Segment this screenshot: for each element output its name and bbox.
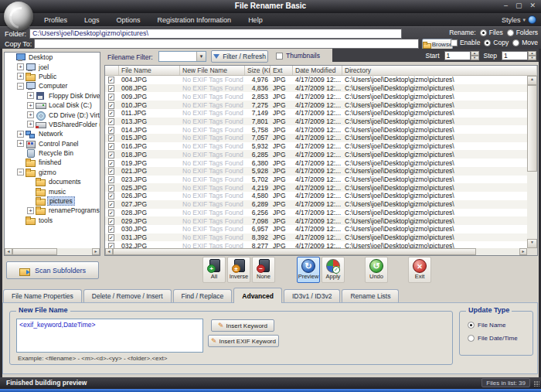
tree-expander-icon[interactable]: + bbox=[27, 121, 34, 128]
new-name-pattern-input[interactable]: <exif_keyword,DateTime> bbox=[16, 319, 203, 353]
spinner-buttons[interactable]: ▲▼ bbox=[471, 51, 479, 60]
row-checkbox[interactable]: ✓ bbox=[108, 85, 114, 92]
table-row[interactable]: ✓009.JPGNo EXIF Tags Found2,853JPG4/17/2… bbox=[105, 92, 527, 101]
menu-options[interactable]: Options bbox=[108, 16, 149, 24]
styles-dropdown[interactable]: Styles ▾ bbox=[502, 13, 536, 26]
globe-icon[interactable] bbox=[528, 15, 536, 24]
action-none[interactable]: None bbox=[252, 257, 275, 283]
insert-keyword-button[interactable]: ✎ Insert Keyword bbox=[211, 319, 274, 332]
table-row[interactable]: ✓031.JPGNo EXIF Tags Found8,392JPG4/17/2… bbox=[105, 233, 527, 242]
row-checkbox[interactable]: ✓ bbox=[108, 110, 114, 117]
table-row[interactable]: ✓010.JPGNo EXIF Tags Found7,275JPG4/17/2… bbox=[105, 101, 527, 109]
copyto-path-input[interactable] bbox=[34, 39, 419, 49]
filter-refresh-button[interactable]: Filter / Refresh bbox=[211, 50, 268, 63]
table-row[interactable]: ✓023.JPGNo EXIF Tags Found5,702JPG4/17/2… bbox=[105, 176, 527, 184]
column-header-size-kb[interactable]: Size (KB) bbox=[245, 66, 270, 75]
table-row[interactable]: ✓025.JPGNo EXIF Tags Found4,219JPG4/17/2… bbox=[105, 183, 527, 192]
tree-expander-icon[interactable]: + bbox=[27, 111, 34, 118]
tree-expander-icon[interactable]: + bbox=[17, 73, 24, 80]
menu-logs[interactable]: Logs bbox=[76, 16, 108, 24]
column-header-directory[interactable]: Directory bbox=[342, 66, 537, 75]
scroll-right-icon[interactable]: ► bbox=[519, 248, 527, 255]
action-inverse[interactable]: Inverse bbox=[227, 257, 250, 283]
insert-exif-keyword-button[interactable]: ✎ Insert EXIF Keyword bbox=[208, 335, 279, 347]
tree-expander-icon[interactable]: + bbox=[17, 140, 24, 147]
resize-grip[interactable] bbox=[534, 381, 539, 387]
tree-item-public[interactable]: +Public bbox=[5, 72, 100, 81]
row-checkbox[interactable]: ✓ bbox=[108, 143, 114, 150]
scrollbar-thumb[interactable] bbox=[12, 248, 57, 255]
action-all[interactable]: All bbox=[202, 257, 226, 283]
row-checkbox[interactable]: ✓ bbox=[108, 226, 114, 233]
row-checkbox[interactable]: ✓ bbox=[108, 135, 114, 141]
start-stepper[interactable]: 1 ▲▼ bbox=[444, 51, 479, 60]
browse-button[interactable]: Browse bbox=[422, 39, 453, 49]
menu-registration-information[interactable]: Registration Information bbox=[149, 16, 240, 24]
scroll-left-icon[interactable]: ◄ bbox=[5, 248, 12, 255]
close-button[interactable]: ✕ bbox=[529, 1, 536, 11]
action-exit[interactable]: Exit bbox=[408, 257, 431, 283]
tab-file-name-properties[interactable]: File Name Properties bbox=[3, 289, 82, 303]
tree-item-control-panel[interactable]: +Control Panel bbox=[5, 139, 100, 148]
table-row[interactable]: ✓028.JPGNo EXIF Tags Found6,256JPG4/17/2… bbox=[105, 209, 527, 217]
column-header-check[interactable] bbox=[105, 66, 119, 75]
table-row[interactable]: ✓029.JPGNo EXIF Tags Found7,098JPG4/17/2… bbox=[105, 216, 527, 225]
table-row[interactable]: ✓018.JPGNo EXIF Tags Found6,285JPG4/17/2… bbox=[105, 150, 527, 159]
minimize-button[interactable]: – bbox=[504, 1, 508, 11]
action-preview[interactable]: Preview bbox=[297, 257, 320, 283]
rename-files-radio[interactable]: Files bbox=[480, 29, 503, 36]
table-row[interactable]: ✓004.JPGNo EXIF Tags Found4,976JPG4/17/2… bbox=[105, 76, 527, 84]
column-header-file-name[interactable]: File Name bbox=[119, 66, 180, 75]
table-row[interactable]: ✓019.JPGNo EXIF Tags Found6,380JPG4/17/2… bbox=[105, 159, 527, 167]
tree-item-tools[interactable]: tools bbox=[5, 216, 100, 225]
table-row[interactable]: ✓013.JPGNo EXIF Tags Found7,801JPG4/17/2… bbox=[105, 118, 527, 126]
tree-expander-icon[interactable]: − bbox=[17, 83, 24, 90]
row-checkbox[interactable]: ✓ bbox=[108, 118, 114, 125]
scan-subfolders-button[interactable]: Scan Subfolders bbox=[6, 261, 99, 279]
tree-item-floppy-disk-drive-a[interactable]: +Floppy Disk Drive (A:) bbox=[5, 91, 100, 101]
filename-filter-combo[interactable]: ▼ bbox=[158, 51, 206, 62]
row-checkbox[interactable]: ✓ bbox=[108, 168, 114, 175]
table-row[interactable]: ✓011.JPGNo EXIF Tags Found7,149JPG4/17/2… bbox=[105, 109, 527, 118]
tab-delete-remove-insert[interactable]: Delete / Remove / Insert bbox=[83, 289, 172, 303]
table-row[interactable]: ✓021.JPGNo EXIF Tags Found5,928JPG4/17/2… bbox=[105, 167, 527, 176]
scroll-left-icon[interactable]: ◄ bbox=[105, 248, 113, 255]
thumbnails-checkbox[interactable]: Thumbnails bbox=[276, 52, 320, 60]
row-checkbox[interactable]: ✓ bbox=[108, 160, 114, 167]
tree-item-documents[interactable]: documents bbox=[5, 177, 100, 186]
tab-find-replace[interactable]: Find / Replace bbox=[173, 289, 233, 303]
table-row[interactable]: ✓026.JPGNo EXIF Tags Found4,580JPG4/17/2… bbox=[105, 192, 527, 200]
tree-item-renameprograms[interactable]: +renamePrograms bbox=[5, 206, 100, 215]
copy-radio[interactable]: Copy bbox=[484, 39, 509, 46]
row-checkbox[interactable]: ✓ bbox=[108, 152, 114, 159]
tree-expander-icon[interactable]: + bbox=[27, 92, 34, 99]
tree-item-pictures[interactable]: pictures bbox=[5, 196, 100, 206]
scroll-up-icon[interactable]: ▲ bbox=[527, 76, 537, 85]
table-row[interactable]: ✓008.JPGNo EXIF Tags Found4,836JPG4/17/2… bbox=[105, 84, 527, 93]
column-header-date-modified[interactable]: Date Modified bbox=[293, 66, 342, 75]
tree-horizontal-scrollbar[interactable]: ◄ ► bbox=[5, 248, 100, 255]
tree-expander-icon[interactable]: + bbox=[27, 207, 34, 214]
row-checkbox[interactable]: ✓ bbox=[108, 234, 114, 241]
row-checkbox[interactable]: ✓ bbox=[108, 193, 114, 199]
tree-expander-icon[interactable]: + bbox=[27, 102, 34, 109]
table-row[interactable]: ✓015.JPGNo EXIF Tags Found7,057JPG4/17/2… bbox=[105, 134, 527, 142]
tree-item-desktop[interactable]: Desktop bbox=[5, 53, 100, 62]
move-radio[interactable]: Move bbox=[512, 39, 538, 46]
tree-item-computer[interactable]: −Computer bbox=[5, 81, 100, 90]
update-type-file-name[interactable]: File Name bbox=[468, 322, 505, 329]
spinner-buttons[interactable]: ▲▼ bbox=[528, 51, 536, 60]
action-apply[interactable]: Apply bbox=[322, 257, 345, 283]
row-checkbox[interactable]: ✓ bbox=[108, 243, 114, 248]
combo-dropdown-icon[interactable]: ▼ bbox=[196, 52, 206, 61]
tree-item-cd-drive-d-virtualbox-guest[interactable]: +CD Drive (D:) VirtualBox Guest bbox=[5, 110, 100, 119]
row-checkbox[interactable]: ✓ bbox=[108, 102, 114, 109]
tab-advanced[interactable]: Advanced bbox=[233, 288, 282, 303]
tree-item-music[interactable]: music bbox=[5, 186, 100, 196]
maximize-button[interactable]: ▢ bbox=[515, 1, 522, 11]
tree-item-gizmo[interactable]: −gizmo bbox=[5, 168, 100, 177]
row-checkbox[interactable]: ✓ bbox=[108, 94, 114, 101]
row-checkbox[interactable]: ✓ bbox=[108, 127, 114, 134]
menu-profiles[interactable]: Profiles bbox=[36, 16, 76, 24]
tree-expander-icon[interactable]: + bbox=[17, 63, 24, 70]
